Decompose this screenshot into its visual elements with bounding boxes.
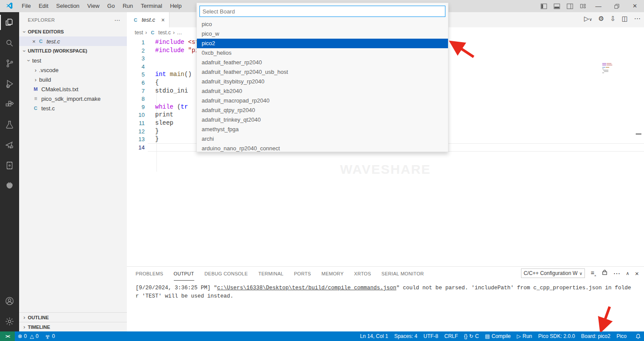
status-compile[interactable]: ▤Compile xyxy=(482,331,514,341)
board-option-adafruit_macropad_rp2040[interactable]: adafruit_macropad_rp2040 xyxy=(197,96,448,106)
panel-actions: C/C++ Configuration W ∨ ≡× ⋯ ∧ × xyxy=(521,268,639,278)
panel-tab-terminal[interactable]: TERMINAL xyxy=(258,267,283,281)
open-editor-item[interactable]: ×Ctest.c xyxy=(19,36,127,46)
notifications-bell[interactable] xyxy=(632,331,644,341)
activity-run-and-debug[interactable] xyxy=(0,73,19,94)
menu-go[interactable]: Go xyxy=(103,0,119,12)
activity-source-control[interactable] xyxy=(0,53,19,73)
tree-item--vscode[interactable]: ›.vscode xyxy=(19,65,127,75)
activity-pico-deploy[interactable] xyxy=(0,135,19,155)
code-line: { xyxy=(155,79,159,87)
explorer-more-actions-icon[interactable]: ⋯ xyxy=(114,17,121,23)
gear-icon[interactable]: ⚙ xyxy=(598,15,604,23)
status-pico[interactable]: Pico xyxy=(614,331,630,341)
board-option-arduino_nano_rp2040_connect[interactable]: arduino_nano_rp2040_connect xyxy=(197,144,448,152)
board-option-pico[interactable]: pico xyxy=(197,20,448,29)
panel-tab-debug-console[interactable]: DEBUG CONSOLE xyxy=(205,267,248,281)
board-option-adafruit_qtpy_rp2040[interactable]: adafruit_qtpy_rp2040 xyxy=(197,106,448,115)
scrollbar-marker[interactable] xyxy=(636,133,641,135)
activity-search[interactable] xyxy=(0,33,19,53)
output-channel-select[interactable]: C/C++ Configuration W ∨ xyxy=(521,268,585,278)
toggle-sidebar-icon[interactable] xyxy=(537,0,550,12)
board-option-adafruit_trinkey_qt2040[interactable]: adafruit_trinkey_qt2040 xyxy=(197,115,448,125)
board-search-input[interactable] xyxy=(199,6,445,17)
panel-tab-memory[interactable]: MEMORY xyxy=(322,267,344,281)
menu-run[interactable]: Run xyxy=(119,0,137,12)
activity-pico-board[interactable] xyxy=(0,155,19,175)
tree-item-test[interactable]: ›test xyxy=(19,56,127,65)
output-log[interactable]: [9/20/2024, 3:36:25 PM] "c:\Users\16338\… xyxy=(127,281,644,301)
activity-testing[interactable] xyxy=(0,114,19,135)
activity-settings[interactable] xyxy=(0,311,19,331)
open-editors-header[interactable]: › OPEN EDITORS xyxy=(19,27,127,36)
close-window-button[interactable]: × xyxy=(626,0,644,12)
status-indentation[interactable]: Spaces: 4 xyxy=(391,331,420,341)
activity-account[interactable] xyxy=(0,291,19,311)
workspace-header[interactable]: › UNTITLED (WORKSPACE) xyxy=(19,46,127,56)
activity-explorer[interactable] xyxy=(0,12,19,33)
status-pico-sdk[interactable]: Pico SDK: 2.0.0 xyxy=(535,331,578,341)
status-run[interactable]: ▷Run xyxy=(514,331,535,341)
tab-close-icon[interactable]: × xyxy=(161,17,165,23)
more-actions-icon[interactable]: ⋯ xyxy=(634,15,641,23)
activity-extensions[interactable] xyxy=(0,94,19,114)
minimap[interactable] xyxy=(602,63,614,73)
board-option-amethyst_fpga[interactable]: amethyst_fpga xyxy=(197,125,448,134)
line-number: 5 xyxy=(127,70,145,79)
board-option-pico2[interactable]: pico2 xyxy=(197,39,448,48)
tab-test-c[interactable]: C test.c × xyxy=(127,12,169,27)
maximize-panel-icon[interactable]: ∧ xyxy=(626,271,629,276)
section-outline[interactable]: ›OUTLINE xyxy=(19,312,127,322)
menu-edit[interactable]: Edit xyxy=(35,0,52,12)
forwarded-ports-status[interactable]: 0 xyxy=(42,331,58,341)
tree-item-label: CMakeLists.txt xyxy=(41,86,78,93)
tree-item-build[interactable]: ›build xyxy=(19,75,127,84)
tree-item-pico-sdk-import-cmake[interactable]: ≡pico_sdk_import.cmake xyxy=(19,94,127,103)
board-option-adafruit_feather_rp2040[interactable]: adafruit_feather_rp2040 xyxy=(197,58,448,67)
activity-raspberry-pi-pico[interactable] xyxy=(0,175,19,196)
more-actions-icon[interactable]: ⋯ xyxy=(613,269,620,278)
split-editor-icon[interactable]: ◫ xyxy=(622,15,628,23)
scroll-lock-icon[interactable] xyxy=(602,269,607,277)
board-option-archi[interactable]: archi xyxy=(197,134,448,144)
line-number: 14 xyxy=(127,143,145,152)
close-editor-icon[interactable]: × xyxy=(30,38,37,45)
flash-icon[interactable]: ⇩ xyxy=(610,15,616,23)
board-option-adafruit_feather_rp2040_usb_host[interactable]: adafruit_feather_rp2040_usb_host xyxy=(197,67,448,77)
clear-output-icon[interactable]: ≡× xyxy=(591,269,596,278)
watermark: WAVESHARE xyxy=(285,162,485,177)
status-encoding[interactable]: UTF-8 xyxy=(421,331,442,341)
tree-item-cmakelists-txt[interactable]: MCMakeLists.txt xyxy=(19,84,127,94)
restore-button[interactable] xyxy=(607,0,626,12)
board-option-adafruit_itsybitsy_rp2040[interactable]: adafruit_itsybitsy_rp2040 xyxy=(197,77,448,86)
board-option-0xcb_helios[interactable]: 0xcb_helios xyxy=(197,48,448,58)
toggle-secondary-sidebar-icon[interactable] xyxy=(563,0,576,12)
problems-status[interactable]: ⊗0 △0 xyxy=(15,331,42,341)
panel-tab-output[interactable]: OUTPUT xyxy=(174,267,194,281)
menu-help[interactable]: Help xyxy=(166,0,186,12)
toggle-panel-icon[interactable] xyxy=(550,0,563,12)
board-option-adafruit_kb2040[interactable]: adafruit_kb2040 xyxy=(197,86,448,96)
menu-file[interactable]: File xyxy=(18,0,35,12)
tree-item-test-c[interactable]: Ctest.c xyxy=(19,103,127,113)
minimize-button[interactable]: — xyxy=(589,0,607,12)
status-eol[interactable]: CRLF xyxy=(442,331,461,341)
warning-icon: △ xyxy=(30,333,34,339)
menu-view[interactable]: View xyxy=(83,0,103,12)
run-config-icon[interactable]: ▷∨ xyxy=(584,15,592,23)
output-file-link[interactable]: c:\Users\16338\Desktop\test/build/compil… xyxy=(217,285,397,291)
panel-tab-xrtos[interactable]: XRTOS xyxy=(354,267,371,281)
section-timeline[interactable]: ›TIMELINE xyxy=(19,322,127,331)
panel-tab-problems[interactable]: PROBLEMS xyxy=(136,267,163,281)
menu-terminal[interactable]: Terminal xyxy=(137,0,166,12)
board-option-pico_w[interactable]: pico_w xyxy=(197,29,448,39)
status-cursor-position[interactable]: Ln 14, Col 1 xyxy=(357,331,391,341)
customize-layout-icon[interactable] xyxy=(576,0,589,12)
remote-indicator[interactable]: >< xyxy=(0,331,15,341)
panel-tab-ports[interactable]: PORTS xyxy=(294,267,311,281)
close-panel-icon[interactable]: × xyxy=(635,270,639,277)
status-language-mode[interactable]: {} ↻C xyxy=(461,331,482,341)
menu-selection[interactable]: Selection xyxy=(52,0,83,12)
panel-tab-serial-monitor[interactable]: SERIAL MONITOR xyxy=(382,267,424,281)
status-board[interactable]: Board: pico2 xyxy=(578,331,613,341)
